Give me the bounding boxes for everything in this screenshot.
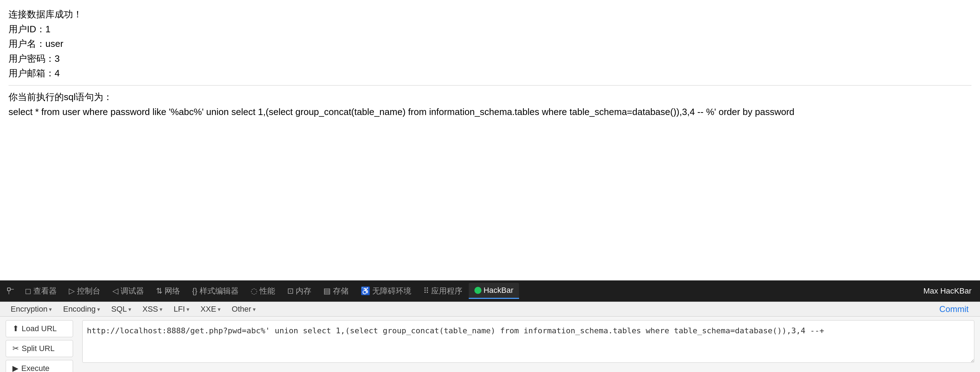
storage-icon: ▤ — [323, 286, 331, 296]
tab-memory[interactable]: ⊡ 内存 — [282, 283, 317, 299]
divider — [8, 85, 972, 86]
tab-inspector[interactable]: ◻ 查看器 — [19, 283, 62, 299]
lfi-chevron-icon: ▾ — [186, 306, 189, 313]
performance-icon: ◌ — [251, 286, 258, 296]
content-line-7: 你当前执行的sql语句为： — [8, 90, 972, 105]
inspector-icon: ◻ — [25, 286, 31, 296]
content-line-1: 连接数据库成功！ — [8, 7, 972, 22]
content-line-2: 用户ID：1 — [8, 22, 972, 37]
xxe-chevron-icon: ▾ — [218, 306, 221, 313]
hackbar-panel: Encryption ▾ Encoding ▾ SQL ▾ XSS ▾ LFI … — [0, 302, 980, 372]
tab-network[interactable]: ⇅ 网络 — [150, 283, 186, 299]
main-content: 连接数据库成功！ 用户ID：1 用户名：user 用户密码：3 用户邮箱：4 你… — [0, 0, 980, 280]
devtools-toolbar: ◻ 查看器 ▷ 控制台 ◁ 调试器 ⇅ 网络 {} 样式编辑器 ◌ 性能 ⊡ 内… — [0, 280, 980, 302]
execute-icon: ▶ — [13, 364, 18, 372]
accessibility-icon: ♿ — [361, 286, 370, 296]
load-url-button[interactable]: ⬆ Load URL — [6, 320, 73, 337]
debugger-icon: ◁ — [112, 286, 118, 296]
hackbar-menu: Encryption ▾ Encoding ▾ SQL ▾ XSS ▾ LFI … — [0, 302, 980, 317]
execute-button[interactable]: ▶ Execute — [6, 360, 73, 372]
url-input[interactable] — [82, 320, 974, 363]
tab-accessibility[interactable]: ♿ 无障碍环境 — [355, 283, 417, 299]
sql-chevron-icon: ▾ — [128, 306, 131, 313]
menu-xxe[interactable]: XXE ▾ — [196, 302, 226, 316]
menu-lfi[interactable]: LFI ▾ — [169, 302, 194, 316]
hackbar-circle-icon — [474, 287, 482, 294]
content-line-8: select * from user where password like '… — [8, 105, 972, 120]
menu-encoding[interactable]: Encoding ▾ — [58, 302, 105, 316]
menu-other[interactable]: Other ▾ — [227, 302, 261, 316]
content-line-5: 用户邮箱：4 — [8, 66, 972, 81]
tab-style-editor[interactable]: {} 样式编辑器 — [186, 283, 244, 299]
console-icon: ▷ — [69, 286, 75, 296]
menu-encryption[interactable]: Encryption ▾ — [6, 302, 57, 316]
content-line-3: 用户名：user — [8, 37, 972, 51]
tab-performance[interactable]: ◌ 性能 — [245, 283, 281, 299]
hackbar-actions: ⬆ Load URL ✂ Split URL ▶ Execute — [6, 320, 76, 372]
memory-icon: ⊡ — [287, 286, 294, 296]
svg-rect-0 — [8, 288, 10, 291]
encryption-chevron-icon: ▾ — [49, 306, 52, 313]
tab-application[interactable]: ⠿ 应用程序 — [418, 283, 468, 299]
xss-chevron-icon: ▾ — [159, 306, 162, 313]
tab-storage[interactable]: ▤ 存储 — [318, 283, 354, 299]
tab-hackbar[interactable]: HackBar — [469, 283, 519, 299]
network-icon: ⇅ — [156, 286, 162, 296]
split-url-icon: ✂ — [13, 344, 19, 353]
content-line-4: 用户密码：3 — [8, 51, 972, 66]
tab-console[interactable]: ▷ 控制台 — [63, 283, 106, 299]
commit-button[interactable]: Commit — [934, 302, 974, 316]
application-icon: ⠿ — [423, 286, 429, 296]
hackbar-max-label[interactable]: Max HacKBar — [918, 286, 977, 296]
devtools-pick-element-btn[interactable] — [3, 283, 18, 299]
encoding-chevron-icon: ▾ — [97, 306, 100, 313]
menu-sql[interactable]: SQL ▾ — [107, 302, 136, 316]
other-chevron-icon: ▾ — [253, 306, 256, 313]
menu-xss[interactable]: XSS ▾ — [138, 302, 167, 316]
load-url-icon: ⬆ — [13, 324, 19, 333]
tab-debugger[interactable]: ◁ 调试器 — [107, 283, 150, 299]
hackbar-body: ⬆ Load URL ✂ Split URL ▶ Execute — [0, 317, 980, 372]
split-url-button[interactable]: ✂ Split URL — [6, 340, 73, 357]
style-editor-icon: {} — [192, 286, 197, 296]
